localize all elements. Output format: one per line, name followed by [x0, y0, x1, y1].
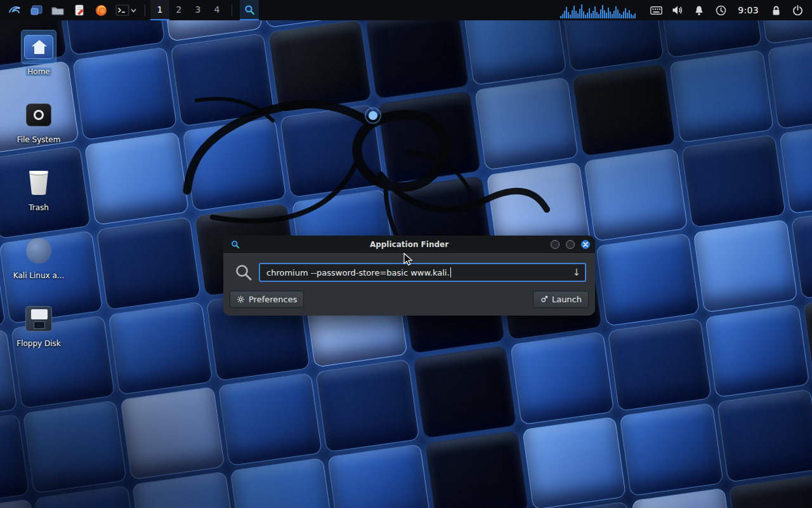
spectrum-bar — [619, 13, 620, 18]
show-desktop-icon — [30, 5, 43, 16]
desktop-icon-file-system[interactable]: File System — [0, 98, 77, 166]
spectrum-bar — [596, 12, 598, 18]
spectrum-bar — [573, 6, 575, 18]
preferences-button-label: Preferences — [249, 295, 297, 304]
audio-spectrum-widget[interactable] — [560, 2, 639, 18]
workspace-button-3[interactable]: 3 — [188, 0, 207, 20]
spectrum-bar — [610, 11, 611, 18]
panel-clock[interactable]: 9:03 — [738, 5, 759, 15]
spectrum-bar — [612, 14, 613, 18]
notifications-button[interactable] — [690, 1, 708, 19]
workspace-1-label: 1 — [157, 4, 163, 15]
spectrum-bar — [617, 10, 619, 18]
button-row: Preferences Launch — [230, 291, 589, 308]
spectrum-bar — [604, 10, 605, 18]
notifications-bell-icon — [694, 5, 704, 16]
kali-docs-icon-wrap — [22, 234, 56, 267]
text-editor-button[interactable] — [70, 1, 88, 19]
desktop-icon-home[interactable]: Home — [0, 30, 77, 98]
terminal-icon — [115, 4, 129, 16]
desktop-icon-label: Trash — [27, 203, 51, 212]
lock-icon — [771, 5, 781, 16]
keyboard-icon — [650, 6, 662, 15]
spectrum-bar — [627, 13, 628, 18]
spectrum-bar — [572, 10, 573, 18]
desktop-icon-label: File System — [15, 135, 63, 144]
window-title: Application Finder — [223, 240, 595, 249]
spectrum-bar — [623, 11, 624, 18]
desktop-icon-kali-docs[interactable]: Kali Linux a... — [0, 234, 77, 302]
spectrum-bar — [579, 9, 580, 18]
spectrum-bar — [621, 15, 622, 18]
workspace-button-1[interactable]: 1 — [150, 0, 169, 20]
workspace-2-label: 2 — [176, 4, 182, 15]
taskbar-application-finder-button[interactable] — [240, 0, 259, 20]
show-desktop-button[interactable] — [27, 1, 45, 19]
desktop-icon-floppy-disk[interactable]: Floppy Disk — [0, 302, 77, 370]
top-panel: 1 2 3 4 — [0, 0, 812, 20]
spectrum-bar — [613, 11, 615, 18]
window-titlebar[interactable]: Application Finder — [223, 236, 595, 253]
launch-button[interactable]: Launch — [533, 291, 589, 308]
home-icon-wrap — [22, 30, 56, 64]
spectrum-bar — [608, 8, 609, 18]
spectrum-bar — [625, 8, 626, 18]
close-button[interactable] — [581, 240, 590, 249]
kali-docs-icon — [26, 238, 51, 264]
spectrum-bar — [600, 10, 601, 18]
dropdown-arrow-icon[interactable]: ↓ — [572, 267, 580, 278]
preferences-gear-icon — [237, 295, 245, 304]
file-manager-button[interactable] — [49, 1, 67, 19]
desktop-icon-trash[interactable]: Trash — [0, 166, 77, 234]
window-body: chromium --password-store=basic www.kali… — [223, 253, 595, 316]
minimize-button[interactable] — [551, 240, 560, 249]
spectrum-bar — [587, 13, 588, 18]
spectrum-bar — [629, 10, 630, 18]
maximize-button[interactable] — [566, 240, 575, 249]
window-titlebar-app-icon — [231, 240, 240, 249]
firefox-button[interactable] — [92, 1, 110, 19]
workspace-3-label: 3 — [195, 4, 201, 15]
launch-icon — [540, 295, 548, 304]
spectrum-bar — [560, 16, 561, 18]
spectrum-bar — [593, 11, 594, 18]
panel-separator — [232, 4, 232, 16]
preferences-button[interactable]: Preferences — [230, 291, 304, 308]
command-input-value: chromium --password-store=basic www.kali… — [266, 268, 450, 277]
spectrum-bar — [602, 5, 603, 18]
keyboard-layout-button[interactable] — [647, 1, 665, 19]
spectrum-bar — [632, 15, 634, 18]
spectrum-bar — [583, 11, 584, 18]
status-tray-button[interactable] — [712, 1, 730, 19]
workspace-4-label: 4 — [214, 4, 220, 15]
spectrum-bar — [566, 7, 567, 18]
command-input[interactable]: chromium --password-store=basic www.kali… — [259, 263, 586, 282]
screen-lock-button[interactable] — [767, 1, 785, 19]
spectrum-bar — [570, 15, 571, 18]
window-controls — [551, 240, 590, 249]
desktop-icon-label: Kali Linux a... — [11, 271, 66, 280]
workspace-button-4[interactable]: 4 — [207, 0, 226, 20]
search-row: chromium --password-store=basic www.kali… — [230, 262, 589, 282]
terminal-launcher-button[interactable] — [114, 1, 138, 19]
workspace-button-2[interactable]: 2 — [169, 0, 188, 20]
trash-icon-wrap — [22, 166, 56, 199]
panel-separator — [145, 4, 145, 16]
desktop-icon-label: Floppy Disk — [15, 339, 63, 348]
spectrum-bar — [634, 13, 636, 18]
search-icon — [235, 264, 252, 281]
spectrum-bar — [631, 14, 632, 18]
spectrum-bar — [577, 13, 579, 18]
kali-menu-button[interactable] — [6, 1, 23, 19]
volume-button[interactable] — [669, 1, 686, 19]
launch-button-label: Launch — [552, 295, 582, 304]
spectrum-bar — [581, 4, 582, 18]
text-editor-icon — [74, 4, 85, 17]
logout-button[interactable] — [789, 1, 806, 19]
desktop-icon-list: Home File System Trash Kali Linux a... F… — [0, 30, 77, 370]
home-folder-icon — [24, 35, 53, 59]
spectrum-bar — [564, 11, 565, 18]
filesystem-drive-icon — [26, 104, 51, 126]
floppy-icon-wrap — [22, 302, 56, 335]
spectrum-bar — [568, 12, 569, 18]
